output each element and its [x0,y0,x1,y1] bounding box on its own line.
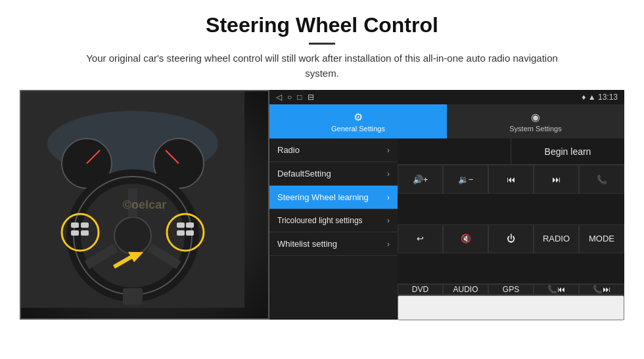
svg-rect-20 [186,222,194,228]
svg-rect-14 [71,222,79,228]
dvd-button[interactable]: DVD [398,284,443,295]
tab-general-settings[interactable]: ⚙ General Settings [269,104,447,138]
status-right: ♦ ▲ 13:13 [582,93,618,102]
hang-up-icon: ↩ [417,234,424,243]
control-grid-row1: 🔊+ 🔉− ⏮ ⏭ 📞 [398,165,624,224]
tab-system-label: System Settings [509,125,561,133]
recents-icon[interactable]: □ [297,93,302,102]
car-image-bg: ©oelcar [21,91,268,318]
audio-label: AUDIO [453,285,478,294]
android-panel: ◁ ○ □ ⊟ ♦ ▲ 13:13 ⚙ General Settings ◉ S… [269,90,624,320]
svg-point-8 [114,217,151,254]
display-button[interactable]: 🖥 [398,295,624,320]
chevron-icon: › [387,169,390,179]
phone-button[interactable]: 📞 [579,165,624,194]
vol-up-icon: 🔊+ [413,175,428,184]
svg-rect-23 [123,288,143,305]
menu-item-defaultsetting[interactable]: DefaultSetting › [269,162,398,186]
system-settings-icon: ◉ [531,111,540,123]
power-icon: ⏻ [507,234,515,243]
subtitle: Your original car's steering wheel contr… [76,51,568,81]
begin-learn-button[interactable]: Begin learn [511,138,624,164]
power-button[interactable]: ⏻ [488,224,534,253]
radio-label: RADIO [543,234,570,243]
vol-down-button[interactable]: 🔉− [443,165,488,194]
content-area: ©oelcar ◁ ○ □ ⊟ ♦ ▲ 13:13 ⚙ General Sett… [20,90,624,320]
svg-rect-18 [177,222,185,228]
mode-label: MODE [589,234,614,243]
next-track-button[interactable]: ⏭ [534,165,579,194]
phone-prev-icon: 📞⏮ [547,285,565,294]
vol-up-button[interactable]: 🔊+ [398,165,443,194]
vol-down-icon: 🔉− [458,175,474,184]
phone-prev-button[interactable]: 📞⏮ [534,284,579,295]
title-section: Steering Wheel Control Your original car… [20,13,624,81]
top-left-empty [398,138,511,164]
radio-button[interactable]: RADIO [534,224,579,253]
android-tabs: ⚙ General Settings ◉ System Settings [269,104,624,138]
mute-icon: 🔇 [461,234,471,243]
chevron-icon: › [387,193,390,202]
tab-system-settings[interactable]: ◉ System Settings [447,104,624,138]
general-settings-icon: ⚙ [354,111,363,123]
left-menu: Radio › DefaultSetting › Steering Wheel … [269,138,398,320]
prev-track-button[interactable]: ⏮ [488,165,534,194]
page-wrapper: Steering Wheel Control Your original car… [0,0,644,326]
top-row: Begin learn [398,138,624,165]
phone-icon: 📞 [597,175,607,184]
dvd-label: DVD [412,285,428,294]
right-controls: Begin learn 🔊+ 🔉− ⏮ [398,138,624,320]
phone-next-button[interactable]: 📞⏭ [579,284,624,295]
android-status-bar: ◁ ○ □ ⊟ ♦ ▲ 13:13 [269,90,624,104]
gps-label: GPS [503,285,519,294]
svg-rect-17 [81,230,89,236]
page-title: Steering Wheel Control [20,13,624,37]
gps-button[interactable]: GPS [488,284,534,295]
title-divider [309,43,335,45]
menu-icon[interactable]: ⊟ [308,93,314,102]
chevron-icon: › [387,216,390,225]
chevron-icon: › [387,240,390,249]
menu-and-controls: Radio › DefaultSetting › Steering Wheel … [269,138,624,320]
hang-up-button[interactable]: ↩ [398,224,443,253]
prev-track-icon: ⏮ [507,175,515,184]
car-image-area: ©oelcar [20,90,269,320]
display-icon: 🖥 [505,301,517,314]
last-row: 🖥 [398,295,624,320]
back-icon[interactable]: ◁ [276,93,282,102]
bottom-row: DVD AUDIO GPS 📞⏮ 📞⏭ [398,284,624,295]
control-grid-row2: ↩ 🔇 ⏻ RADIO MODE [398,224,624,284]
menu-item-tricoloured[interactable]: Tricoloured light settings › [269,209,398,232]
nav-icons: ◁ ○ □ ⊟ [276,93,314,102]
menu-item-steering-wheel[interactable]: Steering Wheel learning › [269,186,398,209]
phone-next-icon: 📞⏭ [593,285,610,294]
home-icon[interactable]: ○ [287,93,292,102]
svg-rect-16 [81,222,89,228]
tab-general-label: General Settings [331,125,385,133]
svg-rect-19 [177,230,185,236]
menu-item-radio[interactable]: Radio › [269,138,398,162]
svg-rect-15 [71,230,79,236]
next-track-icon: ⏭ [552,175,561,184]
menu-item-whitelist[interactable]: Whitelist setting › [269,232,398,256]
mute-button[interactable]: 🔇 [443,224,488,253]
chevron-icon: › [387,146,390,155]
svg-rect-21 [186,230,194,236]
audio-button[interactable]: AUDIO [443,284,488,295]
mode-button[interactable]: MODE [579,224,624,253]
